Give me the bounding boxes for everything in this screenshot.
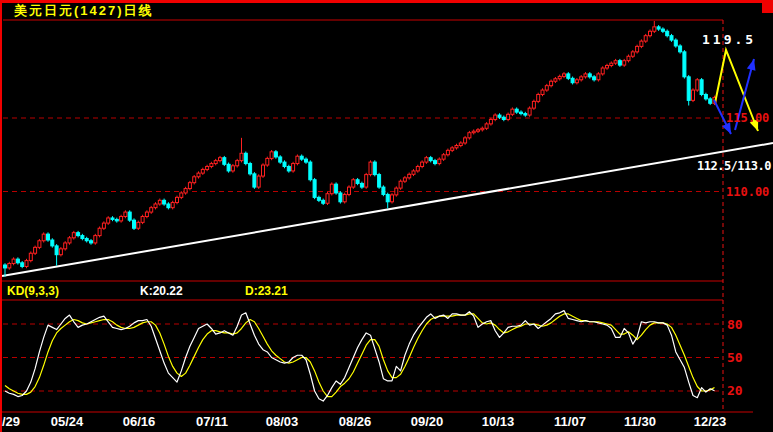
candle-up [649,31,652,35]
candle-up [330,184,333,194]
candle-down [679,46,682,52]
candle-up [29,253,32,260]
candle-up [412,171,415,174]
x-tick-1223: 12/23 [694,415,727,428]
candle-up [550,81,553,85]
candle-up [545,86,548,90]
candle-down [244,153,247,163]
candle-up [296,156,299,163]
chart-window: 美元日元(1427)日线 KD(9,3,3) K:20.22 D:23.21 1… [0,0,773,432]
x-tick-0711: 07/11 [196,415,228,428]
candle-up [197,173,200,177]
peak-target-label: 119.5 [702,33,756,46]
candle-up [623,61,626,65]
kd-scale-50: 50 [727,351,743,364]
candle-down [249,164,252,174]
candle-up [653,27,656,31]
candle-down [77,233,80,236]
candle-up [528,108,531,115]
candle-up [150,208,153,212]
candle-down [322,200,325,203]
candle-up [262,165,265,176]
candle-down [111,218,114,219]
candle-down [16,259,19,263]
candle-up [343,194,346,201]
candle-down [81,236,84,239]
candle-down [674,40,677,46]
candle-down [502,117,505,119]
candle-up [627,56,630,60]
candle-up [640,41,643,46]
x-tick-0826: 08/26 [339,415,372,428]
candle-up [369,162,372,174]
candle-up [696,80,699,90]
candle-up [408,174,411,178]
candle-down [90,241,93,243]
candle-up [395,188,398,195]
candle-up [425,158,428,162]
candle-up [451,148,454,150]
support-zone-label: 112.5/113.0 [697,160,771,172]
candle-down [227,164,230,171]
candle-down [360,183,363,187]
candle-down [305,159,308,162]
window-corner-block [762,0,773,13]
candle-up [38,241,41,248]
candle-up [541,90,544,94]
kd-k-value: K:20.22 [140,285,183,297]
candle-up [59,249,62,255]
candle-up [188,183,191,189]
candle-up [236,161,239,166]
candle-up [219,158,222,161]
candle-down [687,77,690,101]
candle-up [64,243,67,249]
candle-up [558,76,561,78]
candle-up [12,259,15,263]
candle-down [498,115,501,117]
candle-up [240,153,243,160]
candle-up [606,66,609,68]
candle-up [597,74,600,80]
page-title: 美元日元(1427)日线 [14,4,154,17]
candle-down [55,246,58,255]
window-border-left [0,0,2,432]
candle-down [515,109,518,112]
candle-up [141,216,144,222]
candle-down [339,193,342,202]
candle-down [524,114,527,115]
candle-up [494,115,497,119]
candle-up [507,114,510,119]
candle-down [618,61,621,65]
candle-down [163,200,166,204]
candle-down [709,99,712,103]
candle-up [180,193,183,197]
candle-down [520,112,523,113]
candle-up [442,155,445,159]
candle-down [309,162,312,180]
candle-up [184,189,187,193]
candle-down [283,162,286,166]
candle-up [399,181,402,188]
candle-up [446,150,449,154]
candle-up [644,36,647,41]
candle-up [416,167,419,171]
x-tick-0803: 08/03 [266,415,299,428]
blue-up-path-arrowhead [747,59,756,71]
candle-up [614,61,617,63]
candle-down [133,220,136,228]
candle-up [154,204,157,208]
candle-up [107,218,110,223]
candle-up [631,52,634,56]
candle-up [8,264,11,268]
candle-up [137,222,140,228]
candle-up [72,233,75,238]
candle-down [279,157,282,162]
candle-down [670,36,673,40]
candle-up [537,94,540,101]
candle-up [120,216,123,220]
candle-up [171,203,174,208]
x-tick-0429: /29 [2,415,20,428]
candle-up [158,200,161,204]
candle-up [145,212,148,216]
candle-down [588,74,591,77]
